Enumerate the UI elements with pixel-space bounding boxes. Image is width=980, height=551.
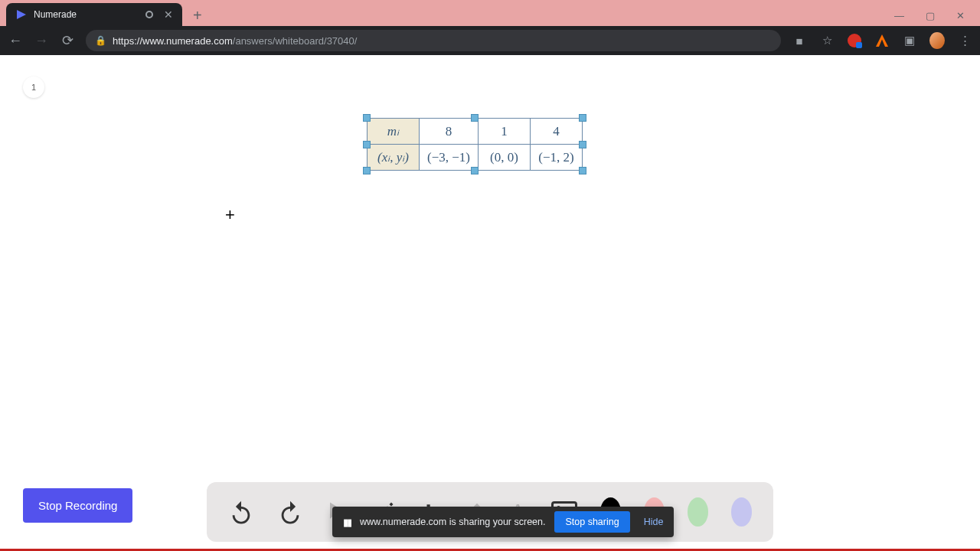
screen-share-bar: ▮▮ www.numerade.com is sharing your scre… (332, 507, 674, 537)
recording-indicator-icon (145, 11, 153, 18)
table-cell: (−1, 2) (531, 145, 583, 171)
tab-title: Numerade (34, 9, 77, 20)
resize-handle-icon[interactable] (363, 141, 371, 148)
page-number-badge[interactable]: 1 (23, 77, 44, 98)
maximize-icon[interactable]: ▢ (926, 10, 935, 21)
resize-handle-icon[interactable] (363, 114, 371, 122)
selected-table-object[interactable]: mᵢ 8 1 4 (xᵢ, yᵢ) (−3, −1) (0, 0) (−1, 2… (367, 118, 583, 171)
resize-handle-icon[interactable] (471, 114, 479, 122)
toolbar-right-icons: ■ ☆ ▣ ⋮ (792, 33, 972, 48)
stop-recording-button[interactable]: Stop Recording (23, 488, 132, 523)
bookmark-icon[interactable]: ☆ (819, 33, 835, 48)
menu-icon[interactable]: ⋮ (957, 33, 972, 48)
resize-handle-icon[interactable] (579, 141, 586, 148)
tab-favicon (15, 8, 28, 21)
crosshair-cursor-icon: + (225, 205, 235, 225)
redo-icon[interactable] (277, 497, 303, 527)
color-green-swatch[interactable] (688, 497, 708, 527)
back-button[interactable]: ← (8, 33, 23, 49)
share-message: www.numerade.com is sharing your screen. (360, 517, 545, 527)
close-tab-icon[interactable]: ✕ (164, 8, 173, 21)
extension-red-icon[interactable] (847, 33, 862, 48)
extension-orange-icon[interactable] (874, 33, 890, 48)
reload-button[interactable]: ⟳ (60, 32, 75, 49)
table-header-cell: (xᵢ, yᵢ) (368, 145, 420, 171)
browser-tab[interactable]: Numerade ✕ (6, 3, 182, 26)
table-cell: (−3, −1) (420, 145, 479, 171)
browser-titlebar: Numerade ✕ + — ▢ ✕ (0, 0, 980, 26)
profile-avatar[interactable] (929, 33, 945, 48)
lock-icon: 🔒 (95, 35, 106, 46)
close-window-icon[interactable]: ✕ (956, 10, 965, 21)
minimize-icon[interactable]: — (894, 10, 904, 21)
color-purple-swatch[interactable] (731, 497, 752, 527)
table-cell: 4 (531, 119, 583, 145)
table-row: mᵢ 8 1 4 (368, 119, 583, 145)
undo-icon[interactable] (228, 497, 254, 527)
table-cell: 8 (420, 119, 479, 145)
data-table[interactable]: mᵢ 8 1 4 (xᵢ, yᵢ) (−3, −1) (0, 0) (−1, 2… (367, 118, 583, 171)
new-tab-button[interactable]: + (193, 7, 202, 24)
forward-button[interactable]: → (34, 33, 49, 49)
page-content: 1 mᵢ 8 1 4 (xᵢ, yᵢ) (−3, −1) (0, 0) (−1,… (0, 55, 980, 551)
address-bar[interactable]: 🔒 https://www.numerade.com/answers/white… (86, 30, 781, 51)
browser-toolbar: ← → ⟳ 🔒 https://www.numerade.com/answers… (0, 26, 980, 55)
resize-handle-icon[interactable] (363, 167, 371, 174)
resize-handle-icon[interactable] (579, 167, 586, 174)
url-path: /answers/whiteboard/37040/ (233, 35, 358, 47)
table-cell: (0, 0) (479, 145, 531, 171)
table-header-cell: mᵢ (368, 119, 420, 145)
url-host: https://www.numerade.com (113, 35, 233, 47)
svg-marker-0 (17, 10, 26, 19)
resize-handle-icon[interactable] (471, 167, 479, 174)
window-controls: — ▢ ✕ (894, 10, 980, 26)
camera-icon[interactable]: ■ (792, 33, 807, 48)
cast-icon[interactable]: ▣ (902, 33, 917, 48)
table-cell: 1 (479, 119, 531, 145)
pause-icon[interactable]: ▮▮ (343, 517, 351, 528)
hide-sharebar-button[interactable]: Hide (639, 517, 668, 527)
stop-sharing-button[interactable]: Stop sharing (554, 511, 629, 533)
resize-handle-icon[interactable] (579, 114, 586, 122)
